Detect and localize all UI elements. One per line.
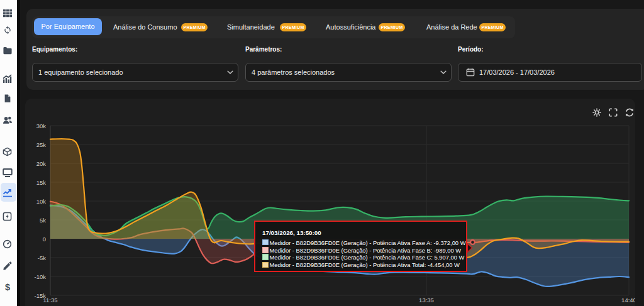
svg-text:25k: 25k bbox=[36, 141, 47, 148]
svg-text:10k: 10k bbox=[36, 198, 47, 205]
svg-text:14:40: 14:40 bbox=[621, 297, 635, 303]
svg-text:15k: 15k bbox=[36, 179, 47, 186]
svg-text:0: 0 bbox=[43, 236, 46, 243]
svg-text:30k: 30k bbox=[36, 123, 47, 129]
svg-text:-5k: -5k bbox=[38, 254, 46, 261]
svg-text:5k: 5k bbox=[40, 217, 46, 224]
svg-text:-10k: -10k bbox=[35, 273, 47, 280]
svg-text:13:35: 13:35 bbox=[419, 297, 434, 303]
svg-text:11:35: 11:35 bbox=[43, 297, 57, 303]
svg-text:20k: 20k bbox=[36, 160, 47, 167]
